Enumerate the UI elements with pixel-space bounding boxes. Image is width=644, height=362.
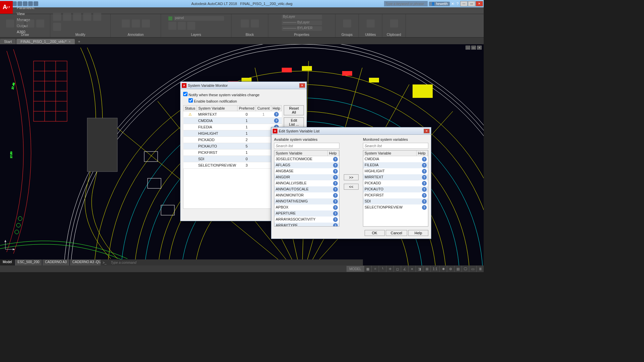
edit-ok-button[interactable]: OK: [365, 230, 385, 236]
col-current[interactable]: Current: [256, 106, 271, 111]
sysvar-table[interactable]: Status System Variable Preferred Current…: [183, 105, 282, 169]
table-row[interactable]: PICKADD2?: [183, 137, 282, 143]
list-item[interactable]: PICKAUTO?: [363, 186, 428, 192]
help-icon[interactable]: ?: [422, 205, 427, 210]
help-icon[interactable]: ?: [274, 118, 279, 123]
status-transparency-icon[interactable]: ◨: [416, 266, 423, 272]
table-row[interactable]: ⚠MIRRTEXT01?: [183, 111, 282, 118]
file-tab[interactable]: Start: [0, 39, 16, 44]
help-icon[interactable]: ?: [333, 169, 338, 174]
circle-icon[interactable]: [26, 19, 34, 27]
file-tab[interactable]: FINAL_PISO_1__200_vt4c*×: [16, 39, 74, 44]
list-item[interactable]: HIGHLIGHT?: [363, 168, 428, 174]
list-item[interactable]: ANGDIR?: [274, 174, 339, 180]
help-icon[interactable]: ?: [333, 163, 338, 168]
edit-cancel-button[interactable]: Cancel: [386, 230, 407, 236]
list-item[interactable]: ANNOTATIVEDWG?: [274, 198, 339, 204]
help-search-input[interactable]: [384, 1, 428, 6]
col-preferred[interactable]: Preferred: [237, 106, 256, 111]
help-icon[interactable]: ?: [333, 205, 338, 210]
status-ws-icon[interactable]: ▤: [454, 266, 462, 272]
list-item[interactable]: PICKADD?: [363, 180, 428, 186]
table-icon[interactable]: [142, 19, 150, 27]
account-user[interactable]: 👤 hewetth: [429, 2, 450, 6]
measure-icon[interactable]: [367, 19, 375, 27]
list-item[interactable]: ANNOAUTOSCALE?: [274, 186, 339, 192]
layout-tab[interactable]: CADERNO A3: [42, 259, 69, 265]
dimension-icon[interactable]: [132, 19, 140, 27]
status-qp-icon[interactable]: ⊞: [423, 266, 430, 272]
status-annovis-icon[interactable]: ✱: [439, 266, 447, 272]
table-row[interactable]: FILEDIA1?: [183, 124, 282, 130]
list-item[interactable]: APBOX?: [274, 204, 339, 210]
arc-icon[interactable]: [36, 19, 44, 27]
list-item[interactable]: CMDDIA?: [363, 156, 428, 162]
list-item[interactable]: APERTURE?: [274, 210, 339, 217]
help-icon[interactable]: ?: [333, 187, 338, 192]
layer-properties-icon[interactable]: [168, 22, 176, 30]
remove-button[interactable]: <<: [344, 184, 359, 190]
insert-block-icon[interactable]: [241, 19, 249, 27]
help-icon[interactable]: ?: [457, 2, 459, 6]
command-line[interactable]: Type a command: [101, 259, 363, 265]
paste-icon[interactable]: [390, 19, 398, 27]
help-icon[interactable]: ?: [422, 169, 427, 174]
balloon-checkbox[interactable]: Enable balloon notification: [189, 98, 304, 103]
qat-saveas-icon[interactable]: [17, 1, 22, 6]
status-monitor-icon[interactable]: 🖵: [462, 266, 469, 272]
available-listbox[interactable]: System VariableHelp 3DSELECTIONMODE?AFLA…: [274, 150, 339, 227]
list-item[interactable]: AFLAGS?: [274, 162, 339, 168]
table-row[interactable]: SDI0?: [183, 156, 282, 162]
help-icon[interactable]: ?: [333, 193, 338, 198]
rotate-icon[interactable]: [63, 13, 71, 21]
list-item[interactable]: ANNOALLVISIBLE?: [274, 180, 339, 186]
col-sysvar[interactable]: System Variable: [197, 106, 237, 111]
status-model[interactable]: MODEL: [346, 266, 364, 272]
list-item[interactable]: PICKFIRST?: [363, 192, 428, 198]
list-item[interactable]: ARRAYTYPE?: [274, 223, 339, 227]
status-polar-icon[interactable]: ✛: [386, 266, 393, 272]
help-icon[interactable]: ?: [422, 181, 427, 186]
ltype-dropdown[interactable]: ———— BYLAYER: [282, 26, 322, 31]
help-icon[interactable]: ?: [422, 157, 427, 162]
color-dropdown[interactable]: ByLayer: [282, 15, 322, 19]
text-icon[interactable]: [122, 19, 130, 27]
help-icon[interactable]: ?: [333, 175, 338, 180]
move-icon[interactable]: [53, 13, 61, 21]
list-item[interactable]: ANNOMONITOR?: [274, 192, 339, 198]
help-icon[interactable]: ?: [333, 199, 338, 204]
vp-close-icon[interactable]: ✕: [477, 46, 482, 50]
help-icon[interactable]: ?: [333, 157, 338, 162]
dialog-close-button[interactable]: ✕: [299, 83, 305, 88]
status-lwt-icon[interactable]: ≡: [408, 266, 416, 272]
status-annoscale[interactable]: 1:1: [430, 266, 439, 272]
close-button[interactable]: ✕: [476, 1, 483, 6]
help-icon[interactable]: ?: [333, 181, 338, 186]
list-item[interactable]: MIRRTEXT?: [363, 174, 428, 180]
vp-maximize-icon[interactable]: ▭: [471, 46, 476, 50]
list-item[interactable]: FILEDIA?: [363, 162, 428, 168]
trim-icon[interactable]: [73, 13, 81, 21]
table-row[interactable]: HIGHLIGHT1?: [183, 130, 282, 137]
edit-help-button[interactable]: Help: [408, 230, 428, 236]
status-clean-icon[interactable]: ▭: [469, 266, 476, 272]
status-ortho-icon[interactable]: └: [379, 266, 386, 272]
status-osnap-icon[interactable]: ◻: [393, 266, 401, 272]
table-row[interactable]: PICKFIRST1?: [183, 149, 282, 156]
layout-tab[interactable]: ESC_500_200: [15, 259, 42, 265]
monitored-search-input[interactable]: [363, 143, 428, 149]
qat-plot-icon[interactable]: [23, 1, 28, 6]
list-item[interactable]: SELECTIONPREVIEW?: [363, 204, 428, 210]
help-icon[interactable]: ?: [422, 175, 427, 180]
edit-list-button[interactable]: Edit List ...: [284, 117, 304, 127]
match-layer-icon[interactable]: [187, 22, 195, 30]
tab-close-icon[interactable]: ×: [68, 40, 70, 44]
status-snap-icon[interactable]: ⌗: [371, 266, 379, 272]
create-block-icon[interactable]: [251, 19, 259, 27]
qat-redo-icon[interactable]: [34, 1, 38, 6]
layout-tab[interactable]: Model: [0, 259, 14, 265]
copy-icon[interactable]: [83, 13, 91, 21]
help-icon[interactable]: ?: [274, 112, 279, 117]
make-current-icon[interactable]: [178, 22, 186, 30]
group-icon[interactable]: [343, 19, 351, 27]
